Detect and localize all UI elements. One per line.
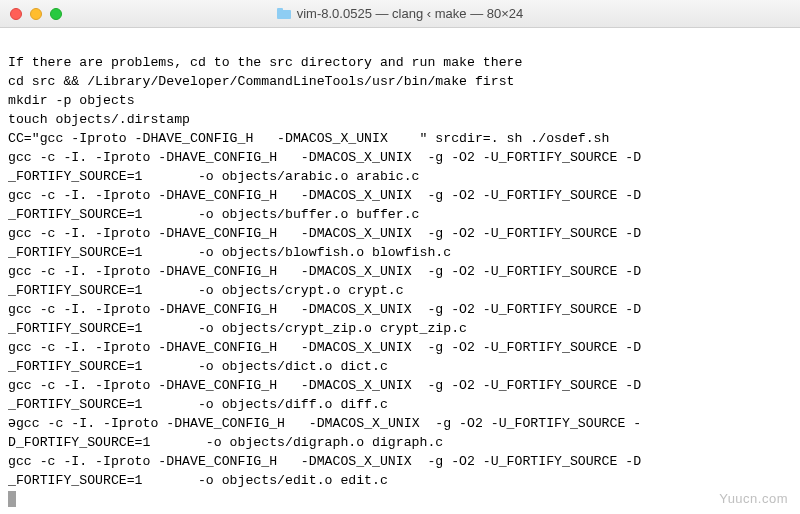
window-title: vim-8.0.0525 — clang ‹ make — 80×24 bbox=[297, 6, 524, 21]
terminal-line: touch objects/.dirstamp bbox=[8, 112, 190, 127]
terminal-line: _FORTIFY_SOURCE=1 -o objects/edit.o edit… bbox=[8, 473, 388, 488]
terminal-line: gcc -c -I. -Iproto -DHAVE_CONFIG_H -DMAC… bbox=[8, 340, 641, 355]
terminal-cursor bbox=[8, 491, 16, 507]
terminal-line: _FORTIFY_SOURCE=1 -o objects/buffer.o bu… bbox=[8, 207, 420, 222]
window-titlebar: vim-8.0.0525 — clang ‹ make — 80×24 bbox=[0, 0, 800, 28]
traffic-lights bbox=[0, 8, 62, 20]
terminal-line: əgcc -c -I. -Iproto -DHAVE_CONFIG_H -DMA… bbox=[8, 416, 641, 431]
terminal-line: mkdir -p objects bbox=[8, 93, 135, 108]
terminal-line: _FORTIFY_SOURCE=1 -o objects/diff.o diff… bbox=[8, 397, 388, 412]
terminal-line: D_FORTIFY_SOURCE=1 -o objects/digraph.o … bbox=[8, 435, 443, 450]
terminal-line: gcc -c -I. -Iproto -DHAVE_CONFIG_H -DMAC… bbox=[8, 150, 641, 165]
terminal-line: _FORTIFY_SOURCE=1 -o objects/crypt.o cry… bbox=[8, 283, 404, 298]
terminal-line: gcc -c -I. -Iproto -DHAVE_CONFIG_H -DMAC… bbox=[8, 378, 641, 393]
terminal-line: If there are problems, cd to the src dir… bbox=[8, 55, 522, 70]
close-button[interactable] bbox=[10, 8, 22, 20]
terminal-line: gcc -c -I. -Iproto -DHAVE_CONFIG_H -DMAC… bbox=[8, 302, 641, 317]
terminal-line: CC="gcc -Iproto -DHAVE_CONFIG_H -DMACOS_… bbox=[8, 131, 609, 146]
terminal-line: gcc -c -I. -Iproto -DHAVE_CONFIG_H -DMAC… bbox=[8, 226, 641, 241]
minimize-button[interactable] bbox=[30, 8, 42, 20]
terminal-line: gcc -c -I. -Iproto -DHAVE_CONFIG_H -DMAC… bbox=[8, 454, 641, 469]
maximize-button[interactable] bbox=[50, 8, 62, 20]
terminal-line: _FORTIFY_SOURCE=1 -o objects/crypt_zip.o… bbox=[8, 321, 467, 336]
title-wrap: vim-8.0.0525 — clang ‹ make — 80×24 bbox=[0, 6, 800, 21]
terminal-line: gcc -c -I. -Iproto -DHAVE_CONFIG_H -DMAC… bbox=[8, 264, 641, 279]
terminal-line: cd src && /Library/Developer/CommandLine… bbox=[8, 74, 514, 89]
terminal-output[interactable]: If there are problems, cd to the src dir… bbox=[0, 28, 800, 514]
terminal-line: _FORTIFY_SOURCE=1 -o objects/blowfish.o … bbox=[8, 245, 451, 260]
folder-icon bbox=[277, 8, 291, 19]
terminal-line: _FORTIFY_SOURCE=1 -o objects/dict.o dict… bbox=[8, 359, 388, 374]
terminal-line: _FORTIFY_SOURCE=1 -o objects/arabic.o ar… bbox=[8, 169, 420, 184]
terminal-line: gcc -c -I. -Iproto -DHAVE_CONFIG_H -DMAC… bbox=[8, 188, 641, 203]
